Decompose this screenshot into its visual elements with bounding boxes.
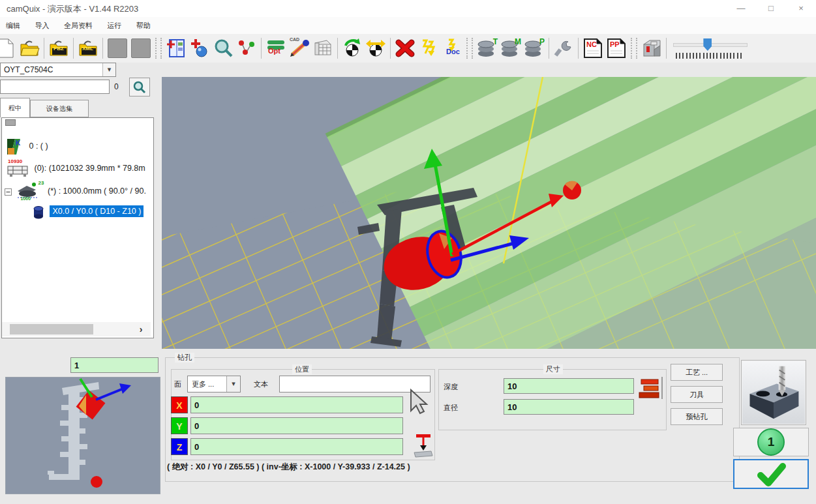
job-tree: K 0 : ( ) 10930 (0): (1021032 39.9mm * 7… [1, 117, 154, 338]
zoom-slider-thumb[interactable] [703, 38, 712, 51]
bar-stock-icon: 10930 [7, 160, 29, 178]
profile-segment-icon: 23 1000 [16, 182, 42, 201]
collapse-icon[interactable] [5, 188, 12, 196]
count-button[interactable]: 1 [733, 428, 809, 456]
new-document-icon[interactable] [0, 37, 17, 59]
tree-node-clipped-icon [5, 119, 16, 126]
depth-label: 深度 [444, 382, 458, 392]
zoom-slider[interactable] [673, 37, 753, 59]
preview-index-field[interactable] [70, 357, 159, 373]
quick-run-icon[interactable] [417, 37, 440, 59]
main-toolbar: PBZ XML Opt CAD D [0, 34, 816, 63]
tab-in-process[interactable]: 程中 [0, 98, 30, 117]
optimize-points-icon[interactable] [235, 37, 258, 59]
drill-bit-image [742, 361, 805, 424]
depth-steps-icon[interactable] [637, 376, 665, 403]
size-group-legend: 尺寸 [543, 364, 563, 374]
scroll-right-arrow[interactable]: › [134, 322, 148, 336]
menu-run[interactable]: 运行 [101, 17, 127, 31]
chevron-down-icon[interactable]: ▾ [102, 63, 115, 76]
tool-button[interactable]: 刀具 [671, 386, 723, 403]
depth-reference-icon[interactable] [412, 433, 434, 460]
close-button[interactable]: × [786, 0, 816, 17]
add-point-icon[interactable] [189, 37, 211, 59]
chevron-down-icon[interactable]: ▾ [226, 376, 240, 392]
pp-export-icon[interactable]: PP [605, 37, 627, 59]
svg-text:K: K [16, 140, 21, 147]
face-dropdown[interactable]: 更多 ... ▾ [187, 376, 241, 393]
diameter-input[interactable] [504, 399, 634, 415]
coordinate-status: ( 绝对 : X0 / Y0 / Z65.55 ) ( inv-坐标 : X-1… [167, 462, 410, 473]
minimize-button[interactable]: — [726, 0, 756, 17]
cross-section-preview[interactable] [5, 377, 160, 494]
x-input[interactable] [190, 396, 403, 413]
toolbar-grip [466, 38, 473, 59]
tree-node-bar[interactable]: 10930 (0): (1021032 39.9mm * 79.8m [7, 160, 145, 178]
stock-p-icon[interactable]: P [523, 37, 545, 59]
open-folder-icon[interactable] [18, 37, 40, 59]
toolbar-separator [390, 38, 391, 59]
machine-icon[interactable] [641, 37, 663, 59]
toolbar-separator [102, 38, 103, 59]
tree-node-profile[interactable]: 23 1000 (*) : 1000.0mm ( 90.0° / 90. [5, 182, 146, 201]
count-circle: 1 [757, 428, 785, 456]
search-input[interactable] [0, 80, 110, 94]
stock-t-icon[interactable]: T [476, 37, 498, 59]
x-axis-button[interactable]: X [171, 396, 188, 413]
add-machining-panel-icon[interactable] [165, 37, 187, 59]
viewport-3d[interactable] [162, 77, 816, 349]
stock-m-icon[interactable]: M [500, 37, 522, 59]
placeholder-button-1[interactable] [106, 37, 128, 59]
search-icon [132, 80, 147, 95]
z-input[interactable] [190, 438, 403, 455]
title-bar: camQuix - 演示版本 - V1.44 R2203 — □ × [0, 0, 816, 18]
text-label: 文本 [254, 379, 268, 389]
confirm-button[interactable] [733, 459, 809, 489]
doc-run-icon[interactable]: Doc [441, 37, 463, 59]
z-axis-button[interactable]: Z [171, 438, 188, 455]
search-count: 0 [114, 82, 119, 91]
settings-wrench-icon[interactable] [552, 37, 575, 59]
grid-view-icon[interactable] [312, 37, 334, 59]
zoom-slider-ticks [676, 53, 744, 59]
flip-view-icon[interactable] [365, 37, 387, 59]
search-button[interactable] [129, 78, 150, 96]
depth-input[interactable] [504, 378, 634, 394]
toolbar-separator [549, 38, 549, 59]
nc-export-icon[interactable]: NC [582, 37, 604, 59]
tree-scrollbar-thumb[interactable] [10, 324, 93, 334]
origin-dot [91, 476, 102, 488]
rotate-view-icon[interactable] [341, 37, 363, 59]
toolbar-separator [44, 38, 44, 59]
y-axis-button[interactable]: Y [171, 417, 188, 434]
toolbar-separator [337, 38, 338, 59]
open-pbz-icon[interactable]: PBZ [48, 37, 70, 59]
menu-global-data[interactable]: 全局资料 [58, 17, 98, 31]
predrill-button[interactable]: 预钻孔 [671, 408, 723, 425]
menu-help[interactable]: 帮助 [130, 17, 157, 31]
tree-node-drill-selected[interactable]: X0.0 / Y0.0 ( D10 - Z10 ) [32, 205, 144, 219]
placeholder-button-2[interactable] [130, 37, 152, 59]
menu-import[interactable]: 导入 [29, 17, 55, 31]
tree-horizontal-scrollbar[interactable]: › [2, 322, 151, 336]
workpiece-icon: K [6, 138, 23, 156]
maximize-button[interactable]: □ [756, 0, 786, 17]
delete-icon[interactable] [394, 37, 416, 59]
optimize-icon[interactable]: Opt [265, 37, 287, 59]
cad-edit-icon[interactable]: CAD [288, 37, 310, 59]
window-title: camQuix - 演示版本 - V1.44 R2203 [7, 3, 138, 15]
profile-select[interactable]: OYT_C7504C ▾ [0, 63, 116, 77]
drill-hole-icon [32, 205, 45, 219]
toolbar-separator [261, 38, 262, 59]
viewport-scene [162, 77, 816, 349]
zoom-search-icon[interactable] [212, 37, 234, 59]
y-input[interactable] [190, 417, 403, 434]
toolbar-separator [666, 38, 667, 59]
open-xml-icon[interactable]: XML [77, 37, 99, 59]
menu-edit[interactable]: 编辑 [0, 17, 26, 31]
drill-image-button[interactable] [741, 360, 806, 425]
process-button[interactable]: 工艺 ... [671, 364, 723, 381]
toolbar-separator [73, 38, 74, 59]
tab-device-set[interactable]: 设备选集 [30, 100, 89, 117]
tree-node-root[interactable]: K 0 : ( ) [6, 138, 48, 156]
